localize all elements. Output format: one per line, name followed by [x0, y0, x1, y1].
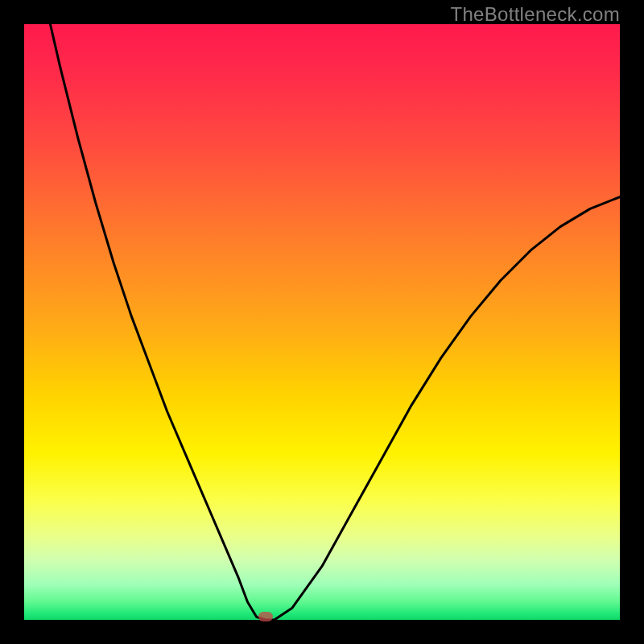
bottleneck-curve: [24, 24, 620, 620]
chart-frame: TheBottleneck.com: [0, 0, 644, 644]
plot-area: [24, 24, 620, 620]
watermark-text: TheBottleneck.com: [450, 3, 620, 26]
optimal-point-marker: [258, 612, 273, 621]
